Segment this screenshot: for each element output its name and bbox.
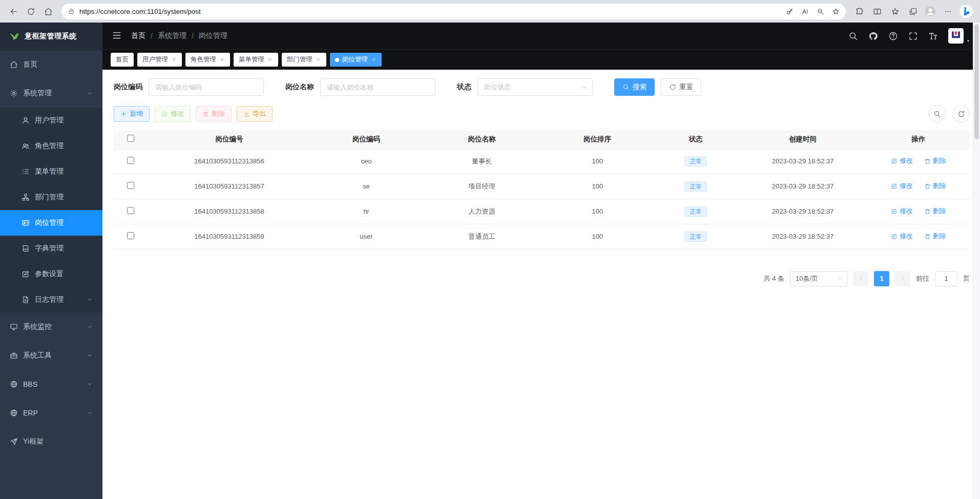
page-number-1[interactable]: 1 [874,271,889,286]
user-avatar[interactable] [948,28,971,44]
status-badge: 正常 [684,232,707,242]
sidebar-item-role-mgmt[interactable]: 角色管理 [0,133,102,159]
sidebar-item-user-mgmt[interactable]: 用户管理 [0,108,102,133]
row-delete-label: 删除 [933,232,946,241]
post-name-input[interactable] [320,78,435,96]
close-icon[interactable] [316,57,321,63]
row-delete-button[interactable]: 删除 [924,232,946,241]
font-size-icon[interactable] [928,31,938,41]
sidebar-item-bbs[interactable]: BBS [0,370,102,399]
filter-post-name: 岗位名称 [285,78,435,96]
post-code-input[interactable] [149,78,264,96]
row-checkbox[interactable] [127,182,134,189]
tab-dept-mgmt[interactable]: 部门管理 [282,53,326,67]
prev-page-button[interactable] [853,271,868,286]
row-delete-button[interactable]: 删除 [924,156,946,165]
app-title: 意框架管理系统 [25,32,77,41]
row-checkbox[interactable] [127,232,134,239]
sidebar-item-system-monitor[interactable]: 系统监控 [0,313,102,341]
breadcrumb-home[interactable]: 首页 [131,31,145,40]
password-key-icon[interactable] [782,4,797,18]
sidebar-item-param-settings[interactable]: 参数设置 [0,261,102,287]
sidebar-item-post-mgmt[interactable]: 岗位管理 [0,210,102,236]
row-checkbox[interactable] [127,157,134,164]
close-icon[interactable] [371,57,377,63]
sidebar-item-home[interactable]: 首页 [0,50,102,79]
table-search-toggle-button[interactable] [928,105,946,122]
tab-post-mgmt[interactable]: 岗位管理 [330,53,382,67]
sidebar-toggle-icon[interactable] [112,30,123,41]
delete-button[interactable]: 删除 [196,106,232,122]
home-icon[interactable] [40,3,56,19]
url-text[interactable]: https://ccnetcore.com:1101/system/post [79,8,782,15]
reset-button[interactable]: 重置 [661,78,701,96]
export-button[interactable]: 导出 [237,106,273,122]
sidebar-item-erp[interactable]: ERP [0,399,102,427]
goto-page-input[interactable] [935,271,957,286]
tab-home[interactable]: 首页 [111,53,134,67]
extensions-icon[interactable] [851,3,867,19]
avatar-logo-icon [948,28,964,44]
cell-post-code: user [310,224,422,249]
github-icon[interactable] [868,31,878,41]
edit-button-label: 修改 [171,109,184,118]
row-delete-button[interactable]: 删除 [924,206,946,216]
add-button[interactable]: 新增 [114,106,150,122]
status-select[interactable]: 岗位状态 [477,78,593,96]
address-bar[interactable]: https://ccnetcore.com:1101/system/post [61,4,846,19]
tab-menu-mgmt[interactable]: 菜单管理 [234,53,278,67]
sidebar-item-yi-framework[interactable]: Yi框架 [0,427,102,456]
search-button[interactable]: 搜索 [614,78,655,96]
edit-button[interactable]: 修改 [155,106,191,122]
row-edit-button[interactable]: 修改 [891,156,913,165]
tab-user-mgmt[interactable]: 用户管理 [137,53,182,67]
refresh-icon [957,110,965,118]
sidebar-item-menu-mgmt[interactable]: 菜单管理 [0,159,102,184]
help-icon[interactable] [888,31,898,41]
caret-down-icon [966,38,971,44]
app-frame: 意框架管理系统 首页 系统管理 用户管理 [0,23,980,499]
cell-post-sort: 100 [541,174,653,199]
page-size-select[interactable]: 10条/页 [790,271,847,286]
breadcrumb-system-mgmt: 系统管理 [158,31,186,40]
profile-avatar[interactable] [923,4,938,19]
sidebar-item-system-mgmt[interactable]: 系统管理 [0,79,102,108]
close-icon[interactable] [219,57,225,63]
read-aloud-icon[interactable] [798,4,812,18]
more-menu-icon[interactable] [940,3,956,19]
tab-role-mgmt[interactable]: 角色管理 [185,53,230,67]
next-page-button[interactable] [895,271,910,286]
bing-copilot-icon[interactable] [957,3,975,20]
refresh-icon[interactable] [23,3,39,19]
app-logo[interactable]: 意框架管理系统 [0,23,102,50]
row-edit-button[interactable]: 修改 [891,206,913,216]
lock-icon[interactable] [68,8,75,15]
row-edit-button[interactable]: 修改 [891,181,913,191]
back-icon[interactable] [5,3,22,19]
close-icon[interactable] [171,57,177,63]
row-edit-button[interactable]: 修改 [891,232,913,241]
table-refresh-button[interactable] [952,105,970,122]
row-delete-button[interactable]: 删除 [924,181,946,191]
sidebar-item-log-mgmt[interactable]: 日志管理 [0,287,102,313]
user-icon [22,116,30,124]
table-tools [928,105,970,122]
split-screen-icon[interactable] [869,3,885,19]
header-actions [848,28,971,44]
search-icon[interactable] [848,31,858,41]
fullscreen-icon[interactable] [908,31,918,41]
sidebar-item-dept-mgmt[interactable]: 部门管理 [0,184,102,210]
row-checkbox[interactable] [127,207,134,214]
page-scrollbar[interactable] [973,23,980,499]
sidebar-item-dict-mgmt[interactable]: 字典管理 [0,236,102,261]
favorites-bar-icon[interactable] [887,3,903,19]
scrollbar-thumb[interactable] [974,24,979,139]
filter-status: 状态 岗位状态 [457,78,593,96]
zoom-icon[interactable] [813,4,827,18]
collections-icon[interactable] [905,3,921,19]
favorites-add-icon[interactable] [828,4,843,18]
select-all-checkbox[interactable] [127,135,134,142]
sidebar-item-system-tools[interactable]: 系统工具 [0,341,102,370]
chevron-down-icon [581,84,588,90]
close-icon[interactable] [267,57,273,63]
